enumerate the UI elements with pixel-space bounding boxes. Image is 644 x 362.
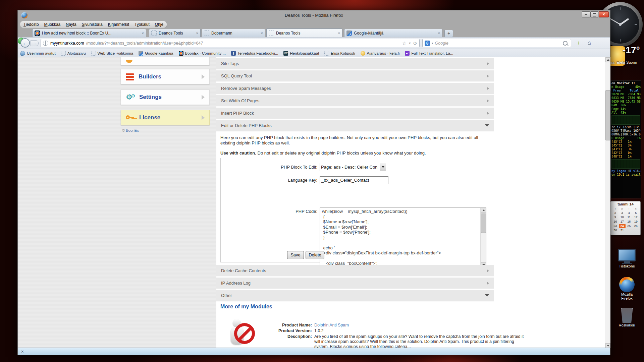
tab-dobermann[interactable]: Dobermann × — [202, 29, 265, 37]
scrollbar-thumb[interactable] — [481, 214, 486, 233]
desktop-icon-firefox[interactable]: Mozilla Firefox — [612, 277, 642, 300]
product-version-label: Product Version: — [255, 328, 312, 333]
bookmark-kela[interactable]: Ajanvaraus - kela.fi — [361, 51, 400, 56]
bookmark-boonex[interactable]: BoonEx - Community ... — [179, 51, 226, 56]
bookmark-webslice[interactable]: Web Slice -valikoima — [91, 51, 133, 56]
calendar-day: s — [633, 206, 640, 211]
calendar-day: 16 — [612, 220, 619, 224]
page-scrollbar[interactable] — [605, 57, 610, 348]
chevron-right-icon — [487, 62, 489, 65]
menu-bar: TiedostoMuokkaaNäytäSivuhistoriaKirjanme… — [18, 20, 610, 28]
tab-close-icon[interactable]: × — [261, 31, 263, 35]
desktop-icon-label: Mozilla — [612, 292, 642, 296]
tab-boonex-forum[interactable]: How add new html block :: BoonEx U... × — [32, 29, 146, 37]
product-description-value: Are you tired of all the spam signups on… — [314, 334, 526, 348]
menu-item[interactable]: Muokkaa — [44, 22, 61, 27]
scroll-up-arrow[interactable] — [605, 57, 610, 62]
downloads-button[interactable]: ↓ — [575, 40, 583, 45]
engine-dropdown-icon[interactable]: ▾ — [432, 42, 433, 45]
select-dropdown-button[interactable] — [380, 163, 386, 171]
google-engine-icon[interactable]: 8 — [425, 41, 430, 46]
bookmark-facebook[interactable]: fTervetuloa Facebookii... — [231, 51, 278, 56]
urlbar-dropdown-icon[interactable]: ▾ — [409, 41, 411, 45]
sysmon-line: 956V TjMax: 105°C — [611, 129, 641, 133]
default-favicon — [204, 31, 209, 36]
calendar-day: 19 — [633, 220, 640, 224]
delete-button[interactable]: Delete — [306, 251, 324, 259]
sidebar-item-partial[interactable] — [121, 57, 210, 65]
calendar-day: t — [612, 206, 619, 211]
menu-item[interactable]: Ohje — [155, 22, 163, 27]
accordion-delete-cache[interactable]: Delete Cache Contents — [216, 265, 494, 277]
search-input[interactable]: Google — [435, 41, 561, 46]
calendar-day: 18 — [626, 220, 633, 224]
maximize-button[interactable] — [590, 11, 598, 17]
search-icon[interactable] — [563, 41, 568, 46]
calendar-day: 5 — [633, 211, 640, 215]
language-key-input[interactable]: _bx_ads_Celler_Contact — [320, 176, 388, 184]
php-code-textarea[interactable]: while($row = mysql_fetch_array($sContact… — [320, 207, 486, 268]
php-block-select[interactable]: Page: ads - Desc: Celler Con — [320, 163, 386, 171]
home-button[interactable]: ⌂ — [585, 40, 593, 46]
menu-item[interactable]: Näytä — [66, 22, 76, 27]
close-button[interactable]: × — [599, 11, 609, 17]
menu-item[interactable]: Työkalut — [135, 22, 150, 27]
url-bar[interactable]: myyntinurkka.com /modules/?r=deanos_tool… — [41, 39, 420, 47]
sysmon-line: m Usage 40% — [611, 85, 641, 89]
bookmark-most-visited[interactable]: Useimmin avatut — [20, 51, 56, 56]
menu-item[interactable]: Kirjanmerkit — [108, 22, 129, 27]
scrollbar-thumb[interactable] — [605, 90, 610, 140]
tab-close-icon[interactable]: × — [196, 31, 198, 35]
back-button[interactable]: ← — [20, 38, 30, 48]
calendar-day: p — [619, 206, 626, 211]
minimize-button[interactable]: – — [582, 11, 590, 17]
desktop-icon-recycle-bin[interactable]: Roskakori — [612, 308, 642, 327]
tab-google-translate[interactable]: Google-kääntäjä × — [344, 29, 442, 37]
sysmon-line: [42°C] 0% — [611, 151, 641, 155]
new-tab-button[interactable]: + — [444, 30, 453, 37]
site-identity-globe-icon[interactable] — [43, 41, 48, 46]
menu-item[interactable]: Sivuhistoria — [82, 22, 103, 27]
sidebar-item-settings[interactable]: ⚙ Settings — [121, 89, 210, 105]
bookmark-elisa[interactable]: Elisa Kotiposti — [324, 51, 355, 56]
bookmark-google-translate[interactable]: Google-kääntäjä — [139, 51, 173, 56]
save-button[interactable]: Save — [287, 251, 304, 259]
accordion-set-width[interactable]: Set Width Of Pages — [216, 95, 494, 107]
titlebar[interactable]: Deanos Tools - Mozilla Firefox – × — [18, 10, 610, 20]
tab-close-icon[interactable]: × — [142, 31, 144, 35]
desktop-icon-computer[interactable]: Tietokone — [612, 249, 642, 268]
accordion-edit-delete-php-blocks[interactable]: Edit or Delete PHP Blocks — [216, 120, 494, 132]
textarea-scrollbar[interactable] — [480, 208, 486, 267]
reload-icon[interactable]: ⟳ — [413, 41, 417, 46]
accordion-sql-query-tool[interactable]: SQL Query Tool — [216, 70, 494, 82]
accordion-site-tags[interactable]: Site Tags — [216, 58, 494, 70]
forward-button[interactable]: → — [31, 40, 39, 46]
maximize-icon — [593, 13, 596, 16]
accordion-other[interactable]: Other — [216, 290, 494, 302]
calendar-day: 17 — [619, 220, 626, 224]
tab-deanos-tools-1[interactable]: Deanos Tools × — [149, 29, 201, 37]
accordion-ip-address-log[interactable]: IP Address Log — [216, 278, 494, 289]
menu-item[interactable]: Tiedosto — [23, 22, 39, 27]
scroll-up-arrow[interactable] — [481, 208, 486, 213]
panel-description: Here you can edit any PHP block that exi… — [220, 135, 485, 146]
tab-close-icon[interactable]: × — [438, 31, 440, 35]
firefox-window: Deanos Tools - Mozilla Firefox – × Tiedo… — [17, 10, 610, 355]
tab-close-icon[interactable]: × — [338, 31, 340, 35]
bookmark-star-icon[interactable]: ☆ — [402, 41, 407, 46]
bookmark-op-bank[interactable]: OPHenkilöasiakkaat — [283, 51, 319, 56]
product-name-link[interactable]: Dolphin Anti Spam — [314, 323, 349, 327]
boonex-link[interactable]: BoonEx — [126, 128, 139, 132]
most-visited-icon — [20, 51, 25, 56]
addon-bar-close-icon[interactable]: × — [21, 349, 24, 354]
bookmark-home[interactable]: Aloitussivu — [61, 51, 86, 56]
accordion-remove-spam[interactable]: Remove Spam Messages — [216, 83, 494, 95]
sidebar-item-builders[interactable]: Builders — [121, 69, 210, 84]
anti-spam-product-image — [225, 317, 257, 348]
more-modules-heading: More of my Modules — [220, 304, 272, 310]
search-bar[interactable]: 8 ▾ Google — [422, 39, 571, 47]
tab-deanos-tools-active[interactable]: Deanos Tools × — [266, 28, 342, 37]
sidebar-item-license[interactable]: License — [121, 110, 210, 125]
accordion-insert-php-block[interactable]: Insert PHP Block — [216, 108, 494, 119]
bookmark-translator[interactable]: Full Text Translator, La... — [405, 51, 453, 56]
